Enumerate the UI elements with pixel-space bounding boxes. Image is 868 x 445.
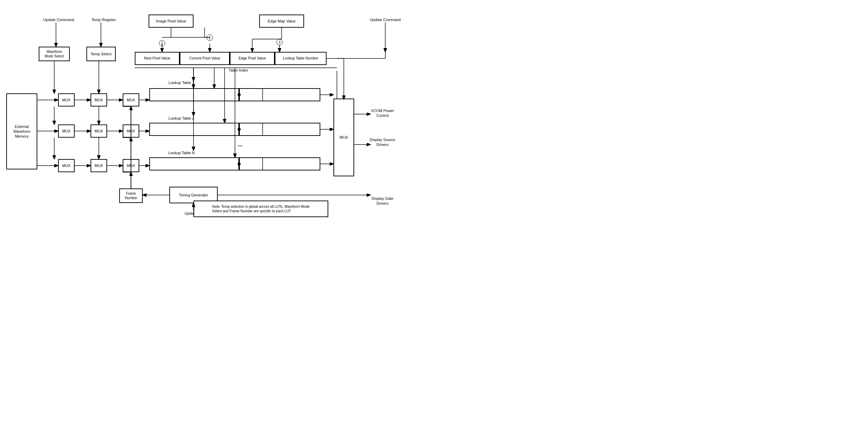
circled-3: 3	[276, 39, 283, 45]
lookup-table-2-label: Lookup Table 2	[159, 116, 204, 121]
lut2-right	[239, 123, 320, 136]
temp-select: Temp Select	[86, 47, 116, 61]
external-waveform-memory: ExternalWaveformMemory	[6, 93, 37, 169]
edge-map-value: Edge Map Value	[259, 15, 304, 28]
lut1-left	[149, 88, 239, 101]
waveform-mode-select: WaveformMode Select	[39, 47, 70, 61]
image-pixel-value: Image Pixel Value	[149, 15, 194, 28]
current-pixel-value: Current Pixel Value	[180, 52, 230, 65]
display-gate-drivers-label: Display GateDrivers	[360, 196, 405, 206]
block-diagram: ExternalWaveformMemory Update Command Wa…	[0, 0, 434, 223]
mux-9: MUX	[123, 159, 139, 172]
mux-7: MUX	[123, 93, 139, 106]
mux-1: MUX	[58, 93, 75, 106]
dots-label: ...	[235, 141, 245, 148]
mux-4: MUX	[91, 93, 107, 106]
temp-register-label: Temp Register	[88, 17, 119, 22]
next-pixel-value: Next Pixel Value	[135, 52, 180, 65]
lutn-right	[239, 157, 320, 170]
mux-8: MUX	[123, 124, 139, 138]
mux-3: MUX	[58, 159, 75, 172]
mux-2: MUX	[58, 124, 75, 138]
lutn-left	[149, 157, 239, 170]
circled-1: 1	[207, 35, 213, 41]
note-box: Note: Temp selection is global across al…	[194, 201, 328, 217]
lut2-left	[149, 123, 239, 136]
edge-pixel-value: Edge Pixel Value	[230, 52, 275, 65]
vcom-power-control-label: VCOM PowerControl	[360, 108, 405, 118]
update-command-right-label: Update Command	[366, 17, 404, 22]
table-index-label: Table Index	[169, 68, 308, 73]
frame-number: FrameNumber	[119, 188, 143, 203]
mux-final: MUX	[333, 99, 354, 176]
mux-6: MUX	[91, 159, 107, 172]
update-command-label: Update Command	[41, 17, 76, 22]
lookup-table-number: Lookup Table Number	[275, 52, 327, 65]
lookup-table-n-label: Lookup Table N	[159, 150, 204, 155]
circled-2: 2	[159, 40, 165, 46]
lookup-table-1-label: Lookup Table 1	[159, 80, 204, 85]
lut1-right	[239, 88, 320, 101]
display-source-drivers-label: Display SourceDrivers	[360, 137, 405, 147]
mux-5: MUX	[91, 124, 107, 138]
